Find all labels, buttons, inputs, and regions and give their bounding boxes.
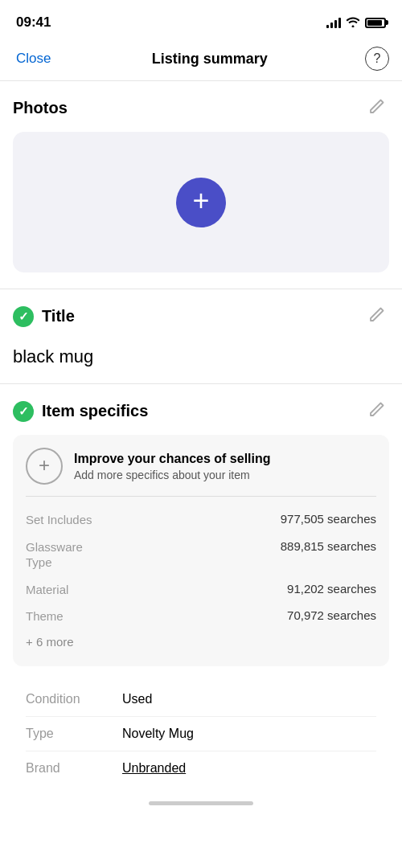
title-check-icon: [13, 306, 34, 327]
table-row: Type Novelty Mug: [26, 717, 376, 751]
spec-label: Material: [26, 582, 130, 598]
spec-label: GlasswareType: [26, 539, 130, 571]
improve-card-header: + Improve your chances of selling Add mo…: [26, 448, 376, 496]
title-section-label: Title: [42, 307, 75, 326]
help-button[interactable]: ?: [365, 47, 389, 71]
photo-upload-area[interactable]: +: [13, 132, 389, 272]
help-icon: ?: [374, 51, 381, 66]
status-bar: 09:41: [0, 0, 402, 40]
bottom-label: Type: [26, 727, 122, 741]
close-button[interactable]: Close: [13, 47, 54, 70]
spec-value: 70,972 searches: [130, 608, 376, 622]
improve-text-block: Improve your chances of selling Add more…: [74, 452, 271, 481]
card-divider: [26, 496, 376, 497]
wifi-icon: [346, 16, 360, 30]
nav-bar: Close Listing summary ?: [0, 40, 402, 81]
table-row: Theme 70,972 searches: [26, 603, 376, 630]
title-section-header: Title: [13, 302, 389, 330]
home-bar: [149, 801, 253, 805]
spec-label: Theme: [26, 608, 130, 624]
improve-plus-icon: +: [26, 448, 63, 485]
add-photo-button[interactable]: +: [176, 178, 226, 227]
title-section: Title black mug: [0, 289, 402, 383]
improve-card[interactable]: + Improve your chances of selling Add mo…: [13, 435, 389, 666]
photos-edit-icon[interactable]: [365, 94, 389, 122]
specifics-section-header: Item specifics: [13, 397, 389, 425]
listing-title-value: black mug: [13, 340, 389, 383]
bottom-value: Novelty Mug: [122, 727, 376, 741]
title-header-group: Title: [13, 306, 75, 327]
specifics-section-label: Item specifics: [42, 402, 148, 420]
battery-icon: [365, 18, 386, 28]
more-link[interactable]: + 6 more: [26, 630, 376, 653]
page-title: Listing summary: [152, 51, 268, 68]
search-rows: Set Includes 977,505 searches GlasswareT…: [26, 506, 376, 630]
specifics-header-group: Item specifics: [13, 401, 148, 422]
spec-value: 977,505 searches: [130, 512, 376, 526]
item-specifics-section: Item specifics + Improve your chances of…: [0, 383, 402, 785]
spec-value: 889,815 searches: [130, 539, 376, 553]
spec-value: 91,202 searches: [130, 582, 376, 596]
table-row: Material 91,202 searches: [26, 576, 376, 604]
photos-section-header: Photos: [13, 94, 389, 122]
improve-title: Improve your chances of selling: [74, 452, 271, 466]
bottom-specifics: Condition Used Type Novelty Mug Brand Un…: [13, 666, 389, 785]
home-indicator: [0, 785, 402, 815]
bottom-value: Unbranded: [122, 761, 376, 776]
title-edit-icon[interactable]: [365, 302, 389, 330]
table-row: Condition Used: [26, 682, 376, 717]
add-photo-icon: +: [192, 186, 209, 215]
improve-subtitle: Add more specifics about your item: [74, 469, 271, 481]
table-row: Brand Unbranded: [26, 751, 376, 785]
bottom-label: Condition: [26, 692, 122, 706]
photos-section-title: Photos: [13, 99, 68, 117]
spec-label: Set Includes: [26, 512, 130, 528]
specifics-edit-icon[interactable]: [365, 397, 389, 425]
photos-section: Photos +: [0, 81, 402, 272]
specifics-check-icon: [13, 401, 34, 422]
bottom-value: Used: [122, 692, 376, 706]
status-icons: [326, 16, 386, 30]
bottom-label: Brand: [26, 761, 122, 776]
plus-symbol: +: [39, 456, 50, 475]
table-row: Set Includes 977,505 searches: [26, 506, 376, 534]
table-row: GlasswareType 889,815 searches: [26, 534, 376, 576]
status-time: 09:41: [16, 14, 51, 31]
signal-icon: [326, 17, 341, 28]
